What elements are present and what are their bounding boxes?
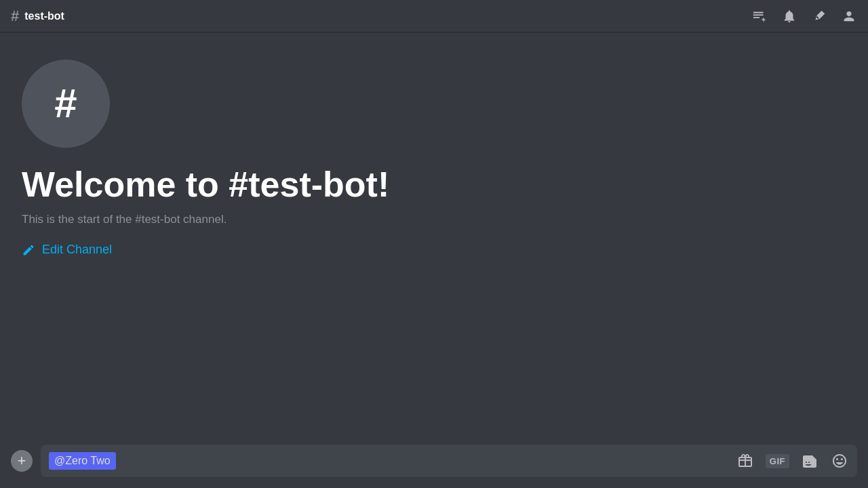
channel-header: # test-bot <box>0 0 868 33</box>
header-right <box>751 8 857 24</box>
edit-channel-label: Edit Channel <box>42 243 112 257</box>
channel-icon-hash: # <box>54 83 77 124</box>
message-input-mention[interactable]: @Zero Two <box>49 452 116 470</box>
threads-icon[interactable] <box>751 8 768 24</box>
gif-button[interactable]: GIF <box>766 454 789 468</box>
add-attachment-button[interactable]: + <box>11 450 33 472</box>
message-input-wrapper: @Zero Two GIF <box>41 445 857 477</box>
gift-icon[interactable] <box>736 451 755 470</box>
channel-icon-circle: # <box>22 60 110 148</box>
welcome-subtitle: This is the start of the #test-bot chann… <box>22 213 846 226</box>
bell-icon[interactable] <box>781 8 797 24</box>
welcome-title: Welcome to #test-bot! <box>22 164 846 205</box>
sticker-icon[interactable] <box>800 451 819 470</box>
plus-icon: + <box>18 452 26 470</box>
edit-icon <box>22 243 35 257</box>
message-bar: + @Zero Two GIF <box>0 434 868 488</box>
members-icon[interactable] <box>841 8 857 24</box>
header-left: # test-bot <box>11 7 64 25</box>
header-hash-icon: # <box>11 7 19 25</box>
main-content: # Welcome to #test-bot! This is the star… <box>0 33 868 434</box>
edit-channel-button[interactable]: Edit Channel <box>22 243 846 257</box>
pin-icon[interactable] <box>811 8 827 24</box>
header-channel-name: test-bot <box>24 10 64 22</box>
input-right-icons: GIF <box>736 451 849 470</box>
emoji-icon[interactable] <box>830 451 849 470</box>
